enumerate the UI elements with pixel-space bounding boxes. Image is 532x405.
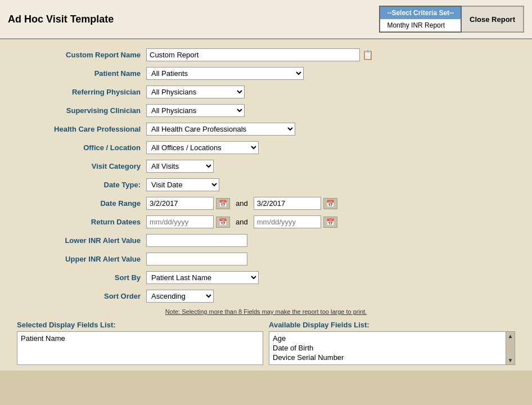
criteria-option[interactable]: Monthy INR Report	[380, 19, 461, 32]
lower-inr-input[interactable]	[146, 234, 247, 247]
upper-inr-label: Upper INR Alert Value	[17, 255, 146, 263]
custom-report-name-control: 📋	[146, 48, 515, 61]
hcp-row: Health Care Professional All Health Care…	[17, 123, 515, 136]
lower-inr-control	[146, 234, 515, 247]
sort-order-control: Ascending Descending	[146, 290, 515, 303]
referring-physician-control: All Physicians	[146, 86, 515, 98]
date-range-from-input[interactable]	[146, 197, 214, 210]
supervising-clinician-select[interactable]: All Physicians	[146, 104, 245, 117]
sort-order-select[interactable]: Ascending Descending	[146, 290, 214, 303]
scroll-down-arrow[interactable]: ▼	[508, 357, 513, 363]
fields-section: Selected Display Fields List: Patient Na…	[17, 321, 515, 365]
hcp-label: Health Care Professional	[17, 125, 146, 133]
custom-report-name-label: Custom Report Name	[17, 51, 146, 59]
return-datees-from-calendar-button[interactable]: 📅	[216, 217, 230, 228]
patient-name-select[interactable]: All Patients	[146, 67, 304, 80]
referring-physician-row: Referring Physician All Physicians	[17, 86, 515, 98]
title-bar: Ad Hoc Visit Template --Select Criteria …	[0, 0, 532, 39]
date-range-control: 📅 and 📅	[146, 197, 515, 210]
main-content: Custom Report Name 📋 Patient Name All Pa…	[0, 39, 532, 371]
list-item: Patient Name	[19, 334, 261, 343]
list-item: Device Serial Number	[271, 353, 504, 362]
selected-fields-label: Selected Display Fields List:	[17, 321, 263, 329]
list-item: Date of Birth	[271, 343, 504, 353]
return-datees-label: Return Datees	[17, 218, 146, 226]
lower-inr-row: Lower INR Alert Value	[17, 234, 515, 247]
date-range-from-calendar-button[interactable]: 📅	[216, 198, 230, 209]
date-type-row: Date Type: Visit Date	[17, 178, 515, 191]
sort-by-row: Sort By Patient Last Name	[17, 271, 515, 284]
selected-fields-panel: Selected Display Fields List: Patient Na…	[17, 321, 263, 365]
sort-by-select[interactable]: Patient Last Name	[146, 271, 259, 284]
office-location-label: Office / Location	[17, 143, 146, 152]
criteria-selected[interactable]: --Select Criteria Set--	[380, 7, 461, 19]
date-range-row: Date Range 📅 and 📅	[17, 197, 515, 210]
return-datees-to-input[interactable]	[254, 215, 321, 228]
referring-physician-label: Referring Physician	[17, 88, 146, 96]
copy-icon[interactable]: 📋	[362, 50, 373, 60]
scrollbar[interactable]: ▲ ▼	[506, 331, 515, 365]
return-datees-control: 📅 and 📅	[146, 215, 515, 228]
date-range-to-input[interactable]	[254, 197, 321, 210]
upper-inr-input[interactable]	[146, 253, 247, 266]
date-range-and-text: and	[236, 199, 248, 208]
office-location-control: All Offices / Locations	[146, 141, 515, 154]
custom-report-name-input[interactable]	[146, 48, 360, 61]
sort-order-row: Sort Order Ascending Descending	[17, 290, 515, 303]
date-range-label: Date Range	[17, 199, 146, 208]
return-datees-and-text: and	[236, 218, 248, 226]
available-fields-label: Available Display Fields List:	[269, 321, 515, 329]
custom-report-name-row: Custom Report Name 📋	[17, 48, 515, 61]
date-type-label: Date Type:	[17, 181, 146, 189]
return-datees-row: Return Datees 📅 and 📅	[17, 215, 515, 228]
page-title: Ad Hoc Visit Template	[8, 14, 114, 25]
scroll-up-arrow[interactable]: ▲	[508, 333, 513, 339]
return-datees-to-calendar-button[interactable]: 📅	[323, 217, 337, 228]
visit-category-select[interactable]: All Visits	[146, 160, 214, 173]
date-type-control: Visit Date	[146, 178, 515, 191]
lower-inr-label: Lower INR Alert Value	[17, 236, 146, 245]
visit-category-label: Visit Category	[17, 162, 146, 170]
patient-name-row: Patient Name All Patients	[17, 67, 515, 80]
patient-name-label: Patient Name	[17, 69, 146, 78]
note-text: Note: Selecting more than 8 Fields may m…	[17, 308, 515, 315]
available-fields-list: Age Date of Birth Device Serial Number	[269, 331, 506, 365]
selected-fields-list: Patient Name	[17, 331, 263, 365]
return-datees-from-input[interactable]	[146, 215, 214, 228]
hcp-select[interactable]: All Health Care Professionals	[146, 123, 295, 136]
date-range-to-calendar-button[interactable]: 📅	[323, 198, 337, 209]
visit-category-control: All Visits	[146, 160, 515, 173]
sort-order-label: Sort Order	[17, 292, 146, 300]
criteria-dropdown[interactable]: --Select Criteria Set-- Monthy INR Repor…	[379, 6, 462, 33]
available-fields-panel: Available Display Fields List: Age Date …	[269, 321, 515, 365]
upper-inr-control	[146, 253, 515, 266]
office-location-select[interactable]: All Offices / Locations	[146, 141, 259, 154]
date-type-select[interactable]: Visit Date	[146, 178, 219, 191]
close-report-button[interactable]: Close Report	[462, 6, 524, 33]
office-location-row: Office / Location All Offices / Location…	[17, 141, 515, 154]
available-fields-list-right: Age Date of Birth Device Serial Number ▲…	[269, 331, 515, 365]
patient-name-control: All Patients	[146, 67, 515, 80]
visit-category-row: Visit Category All Visits	[17, 160, 515, 173]
upper-inr-row: Upper INR Alert Value	[17, 253, 515, 266]
referring-physician-select[interactable]: All Physicians	[146, 86, 245, 98]
sort-by-label: Sort By	[17, 273, 146, 282]
hcp-control: All Health Care Professionals	[146, 123, 515, 136]
supervising-clinician-control: All Physicians	[146, 104, 515, 117]
list-item: Age	[271, 334, 504, 343]
supervising-clinician-label: Supervising Clinician	[17, 106, 146, 115]
sort-by-control: Patient Last Name	[146, 271, 515, 284]
title-bar-right: --Select Criteria Set-- Monthy INR Repor…	[379, 6, 524, 33]
supervising-clinician-row: Supervising Clinician All Physicians	[17, 104, 515, 117]
